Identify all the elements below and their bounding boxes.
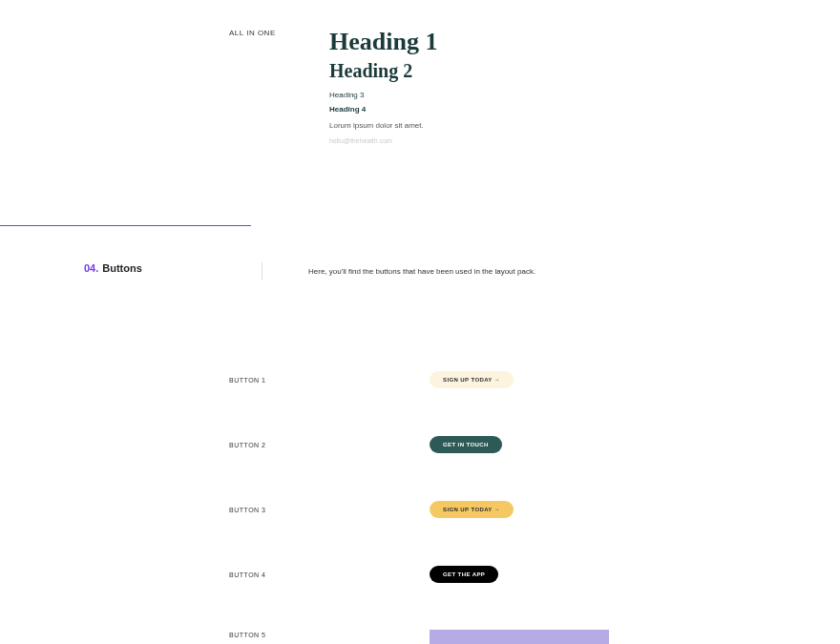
heading-3: Heading 3 xyxy=(329,91,840,99)
headings-column: Heading 1 Heading 2 Heading 3 Heading 4 … xyxy=(329,29,840,144)
typography-label: ALL IN ONE xyxy=(229,29,329,144)
section-description: Here, you'll find the buttons that have … xyxy=(308,267,536,276)
section-title: Buttons xyxy=(102,262,142,274)
get-app-button[interactable]: GET THE APP xyxy=(430,566,498,583)
typography-section: ALL IN ONE Heading 1 Heading 2 Heading 3… xyxy=(0,0,840,144)
button-5-label: BUTTON 5 xyxy=(229,630,430,638)
section-header: 04. Buttons xyxy=(84,262,142,274)
button-row-2: BUTTON 2 GET IN TOUCH xyxy=(229,435,611,454)
button-4-label: BUTTON 4 xyxy=(229,571,430,578)
vertical-separator xyxy=(262,262,262,280)
sample-link[interactable]: hello@thehealth.com xyxy=(329,137,840,144)
section-number: 04. xyxy=(84,262,98,274)
button-3-label: BUTTON 3 xyxy=(229,507,430,513)
button-row-5: BUTTON 5 DOWNLOAD THE APP → xyxy=(229,630,611,644)
heading-1: Heading 1 xyxy=(329,29,840,56)
signup-button-light[interactable]: SIGN UP TODAY → xyxy=(430,371,514,388)
button-row-1: BUTTON 1 SIGN UP TODAY → xyxy=(229,370,611,389)
signup-button-yellow[interactable]: SIGN UP TODAY → xyxy=(430,501,514,518)
get-in-touch-button[interactable]: GET IN TOUCH xyxy=(430,436,502,453)
heading-4: Heading 4 xyxy=(329,105,840,114)
button-5-banner: DOWNLOAD THE APP → xyxy=(430,630,609,644)
section-divider xyxy=(0,225,251,226)
heading-2: Heading 2 xyxy=(329,60,840,81)
body-text: Lorum ipsum dolor sit amet. xyxy=(329,121,840,130)
button-1-label: BUTTON 1 xyxy=(229,377,430,384)
button-row-3: BUTTON 3 SIGN UP TODAY → xyxy=(229,500,611,519)
button-examples: BUTTON 1 SIGN UP TODAY → BUTTON 2 GET IN… xyxy=(229,370,611,644)
button-2-label: BUTTON 2 xyxy=(229,442,430,448)
button-row-4: BUTTON 4 GET THE APP xyxy=(229,565,611,584)
